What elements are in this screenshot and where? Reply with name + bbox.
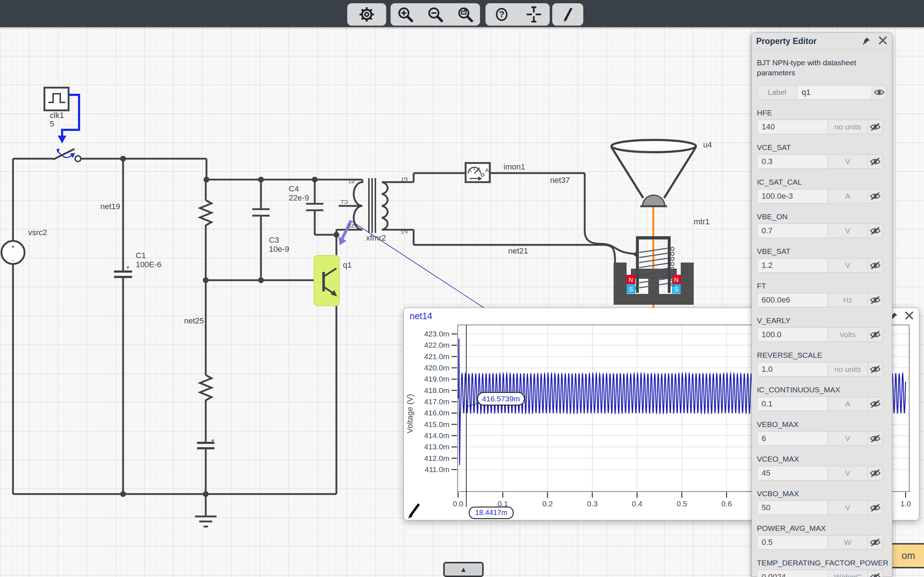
param-label-V_EARLY: V_EARLY: [757, 316, 887, 325]
zoom-in-icon[interactable]: [393, 4, 418, 24]
param-unit-IC_CONTINUOUS_MAX[interactable]: A: [828, 397, 868, 411]
bottom-panel-expander[interactable]: ▲: [443, 562, 484, 577]
ammeter-imon1[interactable]: A: [465, 163, 490, 182]
param-value-V_EARLY[interactable]: 100.0: [757, 327, 828, 342]
param-row-V_EARLY: 100.0Volts: [757, 327, 887, 342]
property-editor-title-bar: Property Editor: [752, 33, 892, 50]
cursor-time-bubble: 18.4417m: [469, 507, 513, 519]
svg-text:net25: net25: [184, 316, 204, 325]
param-eye-icon-HFE[interactable]: [868, 120, 883, 134]
param-unit-FT[interactable]: Hz: [828, 293, 868, 307]
help-icon[interactable]: ?: [489, 4, 515, 24]
param-unit-TEMP_DERATING_FACTOR_POWER[interactable]: W/degC: [828, 570, 868, 577]
voltage-source-vsrc2[interactable]: + -: [2, 241, 24, 264]
param-value-VBE_ON[interactable]: 0.7: [757, 224, 828, 238]
param-unit-IC_SAT_CAL[interactable]: A: [828, 189, 868, 203]
svg-text:u4: u4: [703, 140, 712, 149]
svg-text:414.0m: 414.0m: [424, 431, 449, 440]
param-eye-icon-VBE_ON[interactable]: [868, 224, 883, 238]
param-eye-icon-FT[interactable]: [868, 293, 883, 307]
svg-text:413.0m: 413.0m: [424, 443, 449, 451]
label-field-row: Label q1: [757, 85, 887, 100]
param-value-TEMP_DERATING_FACTOR_POWER[interactable]: 0.0024: [757, 570, 828, 577]
svg-text:419.0m: 419.0m: [424, 375, 449, 383]
param-value-IC_SAT_CAL[interactable]: 100.0e-3: [757, 189, 828, 203]
zoom-button-partial[interactable]: om: [888, 543, 924, 568]
label-field-value[interactable]: q1: [797, 85, 872, 100]
param-value-POWER_AVG_MAX[interactable]: 0.5: [757, 535, 828, 550]
param-unit-VCE_SAT[interactable]: V: [828, 154, 868, 169]
param-row-TEMP_DERATING_FACTOR_POWER: 0.0024W/degC: [757, 570, 887, 577]
top-toolbar: ?: [0, 0, 924, 27]
svg-text:A: A: [485, 167, 489, 173]
svg-text:423.0m: 423.0m: [424, 330, 449, 338]
cursor-value-bubble: 416.5739m: [467, 392, 525, 406]
param-value-IC_CONTINUOUS_MAX[interactable]: 0.1: [757, 397, 828, 411]
svg-text:clk1: clk1: [50, 111, 64, 120]
svg-text:q1: q1: [343, 260, 352, 269]
param-value-REVERSE_SCALE[interactable]: 1.0: [757, 362, 828, 377]
param-eye-icon-VCEO_MAX[interactable]: [868, 466, 883, 480]
param-unit-POWER_AVG_MAX[interactable]: W: [828, 535, 868, 550]
param-eye-icon-IC_SAT_CAL[interactable]: [868, 189, 883, 203]
param-eye-icon-REVERSE_SCALE[interactable]: [868, 362, 883, 377]
close-icon[interactable]: [878, 36, 888, 47]
param-unit-VCEO_MAX[interactable]: V: [828, 466, 868, 480]
param-value-VCE_SAT[interactable]: 0.3: [757, 154, 828, 169]
property-editor-panel[interactable]: Property Editor BJT NPN-type with datash…: [751, 32, 892, 577]
zoom-out-icon[interactable]: [422, 4, 448, 24]
param-eye-icon-V_EARLY[interactable]: [868, 327, 883, 342]
param-unit-VBE_ON[interactable]: V: [828, 224, 868, 238]
svg-text:100E-6: 100E-6: [136, 260, 162, 269]
param-eye-icon-VCE_SAT[interactable]: [868, 154, 883, 169]
transistor-q1[interactable]: [314, 255, 339, 306]
param-value-VCBO_MAX[interactable]: 50: [757, 501, 828, 515]
param-eye-icon-POWER_AVG_MAX[interactable]: [868, 535, 883, 550]
param-value-VEBO_MAX[interactable]: 6: [757, 431, 828, 446]
param-row-IC_CONTINUOUS_MAX: 0.1A: [757, 397, 887, 411]
svg-text:mtr1: mtr1: [694, 217, 709, 226]
param-eye-icon-VCBO_MAX[interactable]: [868, 501, 883, 515]
junction-icon[interactable]: [521, 4, 547, 24]
label-visibility-eye-icon[interactable]: [872, 85, 887, 100]
param-value-HFE[interactable]: 140: [757, 120, 828, 134]
probe-pen-icon[interactable]: [408, 505, 418, 519]
param-label-VCEO_MAX: VCEO_MAX: [757, 455, 887, 463]
param-eye-icon-TEMP_DERATING_FACTOR_POWER[interactable]: [868, 570, 883, 577]
svg-text:N: N: [629, 277, 633, 284]
param-unit-REVERSE_SCALE[interactable]: no units: [828, 362, 868, 377]
svg-text:CT: CT: [341, 199, 348, 205]
param-eye-icon-VBE_SAT[interactable]: [868, 258, 883, 272]
svg-text:0.1: 0.1: [498, 500, 508, 508]
svg-text:C4: C4: [289, 184, 299, 193]
zoom-fit-icon[interactable]: [452, 4, 478, 24]
param-unit-VCBO_MAX[interactable]: V: [828, 501, 868, 515]
param-label-TEMP_DERATING_FACTOR_POWER: TEMP_DERATING_FACTOR_POWER: [757, 559, 887, 567]
param-eye-icon-IC_CONTINUOUS_MAX[interactable]: [868, 397, 883, 411]
toolbar-group-probe: [552, 3, 583, 26]
svg-text:C1: C1: [136, 251, 146, 260]
param-row-POWER_AVG_MAX: 0.5W: [757, 535, 887, 550]
clock-source-clk1[interactable]: [44, 88, 69, 110]
param-row-VEBO_MAX: 6V: [757, 431, 887, 446]
svg-text:1.0: 1.0: [900, 500, 911, 508]
param-unit-VBE_SAT[interactable]: V: [828, 258, 868, 272]
param-label-VBE_ON: VBE_ON: [757, 213, 887, 221]
param-value-VBE_SAT[interactable]: 1.2: [757, 258, 828, 272]
param-label-HFE: HFE: [757, 108, 887, 117]
param-unit-VEBO_MAX[interactable]: V: [828, 431, 868, 446]
param-unit-V_EARLY[interactable]: Volts: [828, 327, 868, 342]
param-label-VBE_SAT: VBE_SAT: [757, 247, 887, 256]
svg-text:N: N: [674, 277, 678, 284]
param-value-FT[interactable]: 600.0e6: [757, 293, 828, 307]
probe-pen-icon[interactable]: [555, 4, 581, 24]
param-eye-icon-VEBO_MAX[interactable]: [868, 431, 883, 446]
svg-text:net19: net19: [100, 202, 120, 211]
svg-text:S2: S2: [348, 222, 355, 229]
gear-icon[interactable]: [354, 4, 380, 24]
param-row-IC_SAT_CAL: 100.0e-3A: [757, 189, 887, 203]
param-unit-HFE[interactable]: no units: [828, 120, 868, 134]
pin-icon[interactable]: [862, 36, 872, 47]
svg-text:S1: S1: [348, 178, 355, 184]
param-value-VCEO_MAX[interactable]: 45: [757, 466, 828, 480]
